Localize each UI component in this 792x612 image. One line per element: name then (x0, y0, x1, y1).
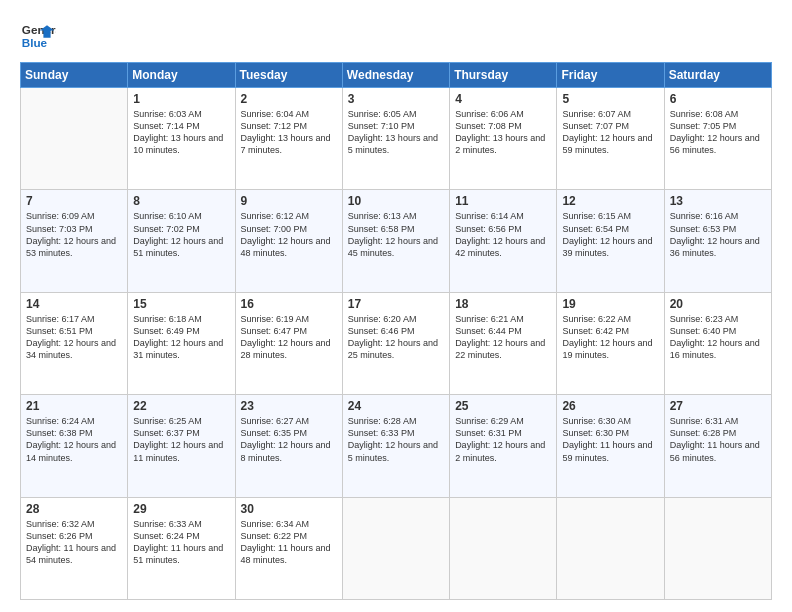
calendar-cell: 19Sunrise: 6:22 AMSunset: 6:42 PMDayligh… (557, 292, 664, 394)
calendar-cell: 6Sunrise: 6:08 AMSunset: 7:05 PMDaylight… (664, 88, 771, 190)
calendar-cell: 26Sunrise: 6:30 AMSunset: 6:30 PMDayligh… (557, 395, 664, 497)
calendar-cell (342, 497, 449, 599)
day-detail: Sunrise: 6:33 AMSunset: 6:24 PMDaylight:… (133, 518, 229, 567)
day-detail: Sunrise: 6:06 AMSunset: 7:08 PMDaylight:… (455, 108, 551, 157)
day-number: 11 (455, 194, 551, 208)
logo-icon: General Blue (20, 18, 56, 54)
calendar-cell: 7Sunrise: 6:09 AMSunset: 7:03 PMDaylight… (21, 190, 128, 292)
day-number: 12 (562, 194, 658, 208)
day-number: 4 (455, 92, 551, 106)
day-number: 28 (26, 502, 122, 516)
calendar-cell (557, 497, 664, 599)
day-detail: Sunrise: 6:05 AMSunset: 7:10 PMDaylight:… (348, 108, 444, 157)
day-number: 23 (241, 399, 337, 413)
weekday-sunday: Sunday (21, 63, 128, 88)
calendar-cell: 18Sunrise: 6:21 AMSunset: 6:44 PMDayligh… (450, 292, 557, 394)
calendar-table: SundayMondayTuesdayWednesdayThursdayFrid… (20, 62, 772, 600)
day-number: 16 (241, 297, 337, 311)
day-detail: Sunrise: 6:19 AMSunset: 6:47 PMDaylight:… (241, 313, 337, 362)
calendar-cell (664, 497, 771, 599)
day-number: 27 (670, 399, 766, 413)
calendar-cell: 24Sunrise: 6:28 AMSunset: 6:33 PMDayligh… (342, 395, 449, 497)
calendar-cell: 9Sunrise: 6:12 AMSunset: 7:00 PMDaylight… (235, 190, 342, 292)
day-detail: Sunrise: 6:25 AMSunset: 6:37 PMDaylight:… (133, 415, 229, 464)
day-detail: Sunrise: 6:12 AMSunset: 7:00 PMDaylight:… (241, 210, 337, 259)
day-detail: Sunrise: 6:30 AMSunset: 6:30 PMDaylight:… (562, 415, 658, 464)
day-number: 20 (670, 297, 766, 311)
weekday-tuesday: Tuesday (235, 63, 342, 88)
day-detail: Sunrise: 6:17 AMSunset: 6:51 PMDaylight:… (26, 313, 122, 362)
calendar-cell (450, 497, 557, 599)
day-number: 29 (133, 502, 229, 516)
day-number: 1 (133, 92, 229, 106)
logo: General Blue (20, 18, 56, 54)
calendar-cell: 28Sunrise: 6:32 AMSunset: 6:26 PMDayligh… (21, 497, 128, 599)
day-number: 26 (562, 399, 658, 413)
calendar-cell: 3Sunrise: 6:05 AMSunset: 7:10 PMDaylight… (342, 88, 449, 190)
calendar-cell: 11Sunrise: 6:14 AMSunset: 6:56 PMDayligh… (450, 190, 557, 292)
day-detail: Sunrise: 6:14 AMSunset: 6:56 PMDaylight:… (455, 210, 551, 259)
calendar-cell: 25Sunrise: 6:29 AMSunset: 6:31 PMDayligh… (450, 395, 557, 497)
day-detail: Sunrise: 6:18 AMSunset: 6:49 PMDaylight:… (133, 313, 229, 362)
calendar-cell: 20Sunrise: 6:23 AMSunset: 6:40 PMDayligh… (664, 292, 771, 394)
day-number: 18 (455, 297, 551, 311)
calendar-cell: 14Sunrise: 6:17 AMSunset: 6:51 PMDayligh… (21, 292, 128, 394)
day-number: 13 (670, 194, 766, 208)
day-detail: Sunrise: 6:23 AMSunset: 6:40 PMDaylight:… (670, 313, 766, 362)
day-number: 14 (26, 297, 122, 311)
calendar-cell: 22Sunrise: 6:25 AMSunset: 6:37 PMDayligh… (128, 395, 235, 497)
day-number: 17 (348, 297, 444, 311)
weekday-thursday: Thursday (450, 63, 557, 88)
week-row-4: 21Sunrise: 6:24 AMSunset: 6:38 PMDayligh… (21, 395, 772, 497)
day-detail: Sunrise: 6:10 AMSunset: 7:02 PMDaylight:… (133, 210, 229, 259)
calendar-cell: 21Sunrise: 6:24 AMSunset: 6:38 PMDayligh… (21, 395, 128, 497)
calendar-cell: 12Sunrise: 6:15 AMSunset: 6:54 PMDayligh… (557, 190, 664, 292)
day-detail: Sunrise: 6:22 AMSunset: 6:42 PMDaylight:… (562, 313, 658, 362)
day-detail: Sunrise: 6:31 AMSunset: 6:28 PMDaylight:… (670, 415, 766, 464)
day-detail: Sunrise: 6:04 AMSunset: 7:12 PMDaylight:… (241, 108, 337, 157)
day-number: 5 (562, 92, 658, 106)
calendar-cell: 5Sunrise: 6:07 AMSunset: 7:07 PMDaylight… (557, 88, 664, 190)
day-number: 6 (670, 92, 766, 106)
week-row-5: 28Sunrise: 6:32 AMSunset: 6:26 PMDayligh… (21, 497, 772, 599)
day-detail: Sunrise: 6:29 AMSunset: 6:31 PMDaylight:… (455, 415, 551, 464)
calendar-cell: 16Sunrise: 6:19 AMSunset: 6:47 PMDayligh… (235, 292, 342, 394)
week-row-1: 1Sunrise: 6:03 AMSunset: 7:14 PMDaylight… (21, 88, 772, 190)
calendar-cell: 17Sunrise: 6:20 AMSunset: 6:46 PMDayligh… (342, 292, 449, 394)
day-number: 3 (348, 92, 444, 106)
calendar-cell: 23Sunrise: 6:27 AMSunset: 6:35 PMDayligh… (235, 395, 342, 497)
week-row-3: 14Sunrise: 6:17 AMSunset: 6:51 PMDayligh… (21, 292, 772, 394)
day-detail: Sunrise: 6:03 AMSunset: 7:14 PMDaylight:… (133, 108, 229, 157)
calendar-cell: 10Sunrise: 6:13 AMSunset: 6:58 PMDayligh… (342, 190, 449, 292)
calendar-cell: 15Sunrise: 6:18 AMSunset: 6:49 PMDayligh… (128, 292, 235, 394)
weekday-friday: Friday (557, 63, 664, 88)
day-number: 21 (26, 399, 122, 413)
day-number: 2 (241, 92, 337, 106)
day-number: 22 (133, 399, 229, 413)
day-detail: Sunrise: 6:34 AMSunset: 6:22 PMDaylight:… (241, 518, 337, 567)
day-number: 19 (562, 297, 658, 311)
day-detail: Sunrise: 6:20 AMSunset: 6:46 PMDaylight:… (348, 313, 444, 362)
weekday-saturday: Saturday (664, 63, 771, 88)
day-number: 10 (348, 194, 444, 208)
day-detail: Sunrise: 6:09 AMSunset: 7:03 PMDaylight:… (26, 210, 122, 259)
week-row-2: 7Sunrise: 6:09 AMSunset: 7:03 PMDaylight… (21, 190, 772, 292)
day-detail: Sunrise: 6:16 AMSunset: 6:53 PMDaylight:… (670, 210, 766, 259)
day-number: 15 (133, 297, 229, 311)
calendar-cell: 1Sunrise: 6:03 AMSunset: 7:14 PMDaylight… (128, 88, 235, 190)
weekday-monday: Monday (128, 63, 235, 88)
calendar-cell: 27Sunrise: 6:31 AMSunset: 6:28 PMDayligh… (664, 395, 771, 497)
calendar-cell: 8Sunrise: 6:10 AMSunset: 7:02 PMDaylight… (128, 190, 235, 292)
day-detail: Sunrise: 6:13 AMSunset: 6:58 PMDaylight:… (348, 210, 444, 259)
calendar-cell: 29Sunrise: 6:33 AMSunset: 6:24 PMDayligh… (128, 497, 235, 599)
calendar-cell: 2Sunrise: 6:04 AMSunset: 7:12 PMDaylight… (235, 88, 342, 190)
page: General Blue SundayMondayTuesdayWednesda… (0, 0, 792, 612)
day-number: 8 (133, 194, 229, 208)
day-detail: Sunrise: 6:08 AMSunset: 7:05 PMDaylight:… (670, 108, 766, 157)
calendar-cell: 13Sunrise: 6:16 AMSunset: 6:53 PMDayligh… (664, 190, 771, 292)
day-detail: Sunrise: 6:07 AMSunset: 7:07 PMDaylight:… (562, 108, 658, 157)
day-detail: Sunrise: 6:15 AMSunset: 6:54 PMDaylight:… (562, 210, 658, 259)
calendar-cell: 4Sunrise: 6:06 AMSunset: 7:08 PMDaylight… (450, 88, 557, 190)
day-number: 30 (241, 502, 337, 516)
day-detail: Sunrise: 6:21 AMSunset: 6:44 PMDaylight:… (455, 313, 551, 362)
